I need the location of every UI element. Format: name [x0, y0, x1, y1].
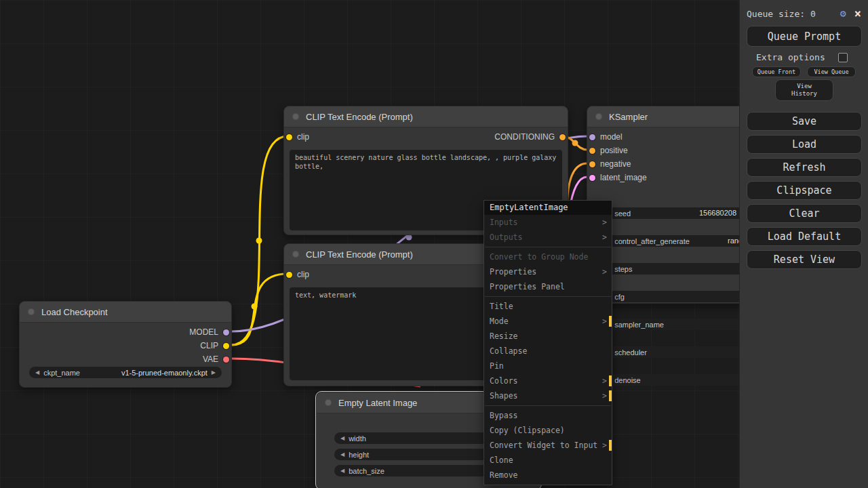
menu-separator [485, 296, 611, 297]
reset-view-button[interactable]: Reset View [747, 250, 862, 269]
widget-label: denoise [614, 376, 641, 384]
menu-item-shapes[interactable]: Shapes > [484, 388, 612, 403]
submenu-arrow-icon: > [602, 215, 607, 230]
menu-item-pin[interactable]: Pin [484, 359, 612, 373]
collapse-dot-icon[interactable] [595, 113, 602, 120]
menu-item-copy-clipspace[interactable]: Copy (Clipspace) [484, 423, 612, 438]
node-header[interactable]: Load Checkpoint [20, 302, 231, 323]
port-label: negative [600, 159, 631, 169]
menu-separator [485, 405, 611, 406]
widget-label: steps [614, 265, 632, 273]
collapse-dot-icon[interactable] [325, 399, 332, 406]
close-icon[interactable]: × [854, 9, 861, 18]
wire-clip-to-negative-encode [231, 274, 288, 345]
input-port-clip: clip [286, 132, 309, 142]
node-ksampler[interactable]: KSampler model positive negative latent_… [587, 106, 761, 304]
conditioning-port-dot[interactable] [589, 148, 595, 154]
node-header[interactable]: CLIP Text Encode (Prompt) [284, 106, 568, 127]
port-label: latent_image [600, 173, 647, 182]
decrement-arrow-icon[interactable]: ◀ [340, 468, 344, 474]
extra-options-label: Extra options [756, 52, 825, 62]
vae-port-dot[interactable] [223, 357, 229, 363]
submenu-arrow-icon: > [602, 230, 607, 245]
input-port-latent-image: latent_image [589, 173, 647, 182]
conditioning-port-dot[interactable] [589, 161, 595, 167]
save-button[interactable]: Save [747, 112, 862, 131]
submenu-accent-bar [609, 316, 612, 327]
increment-arrow-icon[interactable]: ▶ [212, 369, 216, 375]
menu-item-bypass[interactable]: Bypass [484, 408, 612, 423]
queue-prompt-button[interactable]: Queue Prompt [747, 26, 862, 47]
collapse-dot-icon[interactable] [28, 308, 35, 315]
submenu-arrow-icon: > [602, 388, 607, 403]
menu-item-colors[interactable]: Colors > [484, 373, 612, 388]
port-label: VAE [203, 354, 218, 364]
port-label: model [600, 132, 623, 142]
decrement-arrow-icon[interactable]: ◀ [340, 435, 344, 441]
menu-separator [485, 247, 611, 247]
menu-item-title[interactable]: Title [484, 299, 612, 314]
menu-item-properties[interactable]: Properties > [484, 264, 612, 279]
widget-label: sampler_name [614, 321, 664, 329]
node-load-checkpoint[interactable]: Load Checkpoint MODEL CLIP VAE ◀ ckpt_na… [19, 301, 232, 388]
submenu-accent-bar [609, 390, 612, 401]
collapse-dot-icon[interactable] [292, 113, 299, 120]
port-label: clip [297, 132, 309, 142]
widget-label: scheduler [614, 348, 647, 357]
extra-options-checkbox[interactable] [838, 53, 848, 62]
extra-options-row: Extra options [756, 52, 848, 62]
widget-label: seed [614, 209, 631, 218]
menu-item-collapse[interactable]: Collapse [484, 344, 612, 359]
port-label: clip [297, 270, 309, 279]
refresh-button[interactable]: Refresh [747, 158, 862, 177]
decrement-arrow-icon[interactable]: ◀ [35, 369, 39, 375]
widget-value: v1-5-pruned-emaonly.ckpt [121, 369, 208, 377]
port-label: MODEL [189, 327, 218, 337]
view-queue-button[interactable]: View Queue [807, 66, 856, 77]
wire-midpoint-dot[interactable] [252, 304, 258, 310]
input-port-positive: positive [589, 146, 628, 155]
menu-item-remove[interactable]: Remove [484, 468, 612, 483]
output-port-conditioning: CONDITIONING [494, 132, 566, 142]
model-port-dot[interactable] [223, 329, 229, 336]
node-title: Empty Latent Image [338, 398, 417, 408]
view-history-button[interactable]: View History [775, 79, 833, 101]
node-header[interactable]: KSampler [587, 106, 760, 127]
submenu-accent-bar [609, 440, 612, 451]
clip-port-dot[interactable] [286, 134, 292, 140]
latent-port-dot[interactable] [589, 175, 595, 181]
widget-label: height [349, 451, 369, 459]
ckpt-name-widget[interactable]: ◀ ckpt_name v1-5-pruned-emaonly.ckpt ▶ [29, 367, 222, 378]
widget-label: ckpt_name [43, 369, 80, 377]
submenu-accent-bar [609, 375, 612, 386]
wire-midpoint-dot[interactable] [572, 140, 578, 146]
menu-item-mode[interactable]: Mode > [484, 314, 612, 329]
menu-item-inputs: Inputs > [484, 215, 612, 230]
menu-item-clone[interactable]: Clone [484, 453, 612, 468]
model-port-dot[interactable] [589, 134, 595, 140]
load-button[interactable]: Load [747, 135, 862, 154]
settings-gear-icon[interactable]: ⚙ [840, 7, 846, 20]
wire-midpoint-dot[interactable] [256, 238, 262, 244]
clear-button[interactable]: Clear [747, 204, 862, 223]
submenu-arrow-icon: > [602, 438, 607, 453]
submenu-arrow-icon: > [602, 264, 607, 279]
menu-item-convert-to-group-node: Convert to Group Node [484, 249, 612, 264]
widget-label: cfg [614, 293, 625, 301]
clipspace-button[interactable]: Clipspace [747, 181, 862, 200]
conditioning-port-dot[interactable] [559, 134, 566, 140]
decrement-arrow-icon[interactable]: ◀ [340, 451, 344, 458]
menu-item-convert-widget-to-input[interactable]: Convert Widget to Input > [484, 438, 612, 453]
menu-item-resize[interactable]: Resize [484, 329, 612, 344]
queue-size-row: Queue size: 0 ⚙ × [747, 7, 861, 20]
collapse-dot-icon[interactable] [292, 251, 299, 258]
load-default-button[interactable]: Load Default [747, 227, 862, 246]
clip-port-dot[interactable] [286, 272, 292, 278]
submenu-arrow-icon: > [602, 314, 607, 329]
context-menu-title: EmptyLatentImage [484, 201, 612, 215]
submenu-arrow-icon: > [602, 373, 607, 388]
widget-label: batch_size [349, 467, 384, 475]
clip-port-dot[interactable] [223, 343, 229, 349]
queue-front-button[interactable]: Queue Front [752, 66, 801, 77]
menu-item-properties-panel[interactable]: Properties Panel [484, 279, 612, 294]
